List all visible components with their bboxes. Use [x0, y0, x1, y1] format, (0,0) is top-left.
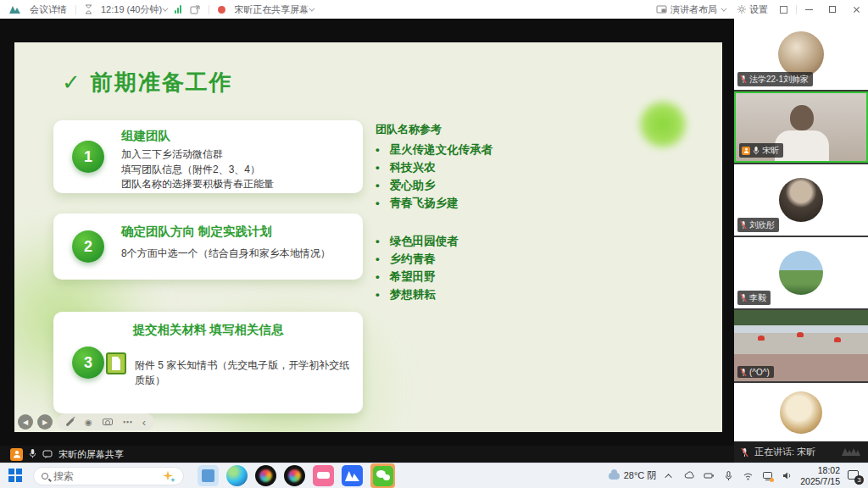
more-icon[interactable]: ⋯	[123, 417, 132, 428]
weather-widget[interactable]: 28°C 阴	[609, 469, 657, 482]
layout-icon[interactable]	[656, 5, 667, 14]
watermark-logo-icon	[841, 446, 861, 458]
mic-icon	[753, 146, 760, 155]
mic-muted-icon	[740, 75, 747, 84]
wechat-highlight[interactable]	[370, 463, 395, 488]
hourglass-icon	[85, 4, 92, 14]
screen-share-tray-icon[interactable]	[761, 470, 773, 482]
next-slide-button[interactable]: ▶	[37, 414, 53, 430]
mic-muted-icon	[740, 293, 747, 302]
speaker-icon[interactable]	[781, 470, 793, 482]
divider	[75, 5, 76, 14]
date-text: 2025/7/15	[800, 476, 840, 487]
participant-tile-5[interactable]: (^O^)	[734, 310, 868, 381]
step-title: 提交相关材料 填写相关信息	[53, 322, 363, 338]
step-number-badge: 1	[72, 141, 104, 173]
meeting-app-icon[interactable]	[342, 465, 363, 486]
avatar	[779, 178, 823, 222]
meeting-timer[interactable]: 12:19 (40分钟)	[101, 3, 162, 16]
list-item: 星火传递文化传承者	[376, 141, 579, 158]
network-signal-icon[interactable]	[175, 5, 181, 14]
green-dot-decoration	[638, 100, 687, 149]
presentation-slide: ✓ 前期准备工作 1 组建团队 加入三下乡活动微信群 填写团队信息（附件2、3、…	[14, 42, 722, 432]
participant-tile-2-active-speaker[interactable]: 宋昕	[734, 92, 868, 163]
onedrive-cloud-icon[interactable]	[683, 470, 695, 482]
photos-app-icon[interactable]	[198, 465, 219, 486]
laser-pointer-icon[interactable]: ◉	[85, 418, 92, 427]
search-input[interactable]	[53, 470, 157, 482]
app-icon-pink[interactable]	[313, 465, 334, 486]
avatar	[778, 31, 824, 77]
previous-slide-button[interactable]: ◀	[18, 414, 33, 430]
collapse-toolbar-icon[interactable]: ‹	[142, 417, 146, 428]
close-button[interactable]	[844, 0, 868, 19]
pencil-icon[interactable]	[66, 418, 75, 426]
taskbar-search[interactable]	[33, 467, 184, 485]
speaking-status-bar: 正在讲话: 宋昕	[734, 441, 868, 463]
chevron-down-icon[interactable]	[163, 5, 169, 11]
check-icon: ✓	[62, 69, 81, 96]
participant-chip: 宋昕	[739, 143, 783, 158]
avatar	[780, 391, 822, 434]
chevron-down-icon[interactable]	[721, 5, 726, 11]
divider	[209, 5, 209, 14]
list-item: 爱心助乡	[376, 176, 579, 194]
participant-chip: 刘欣彤	[737, 218, 779, 232]
mic-muted-icon[interactable]	[741, 447, 748, 458]
settings-button[interactable]: 设置	[749, 3, 768, 16]
reference-header: 团队名称参考	[376, 122, 579, 137]
minimize-button[interactable]	[797, 0, 821, 19]
step-card-2: 2 确定团队方向 制定实践计划 8个方面中选一个（结合自身和家乡本地情况）	[53, 214, 363, 280]
participant-name: 刘欣彤	[749, 219, 775, 231]
presenter-avatar-icon	[10, 448, 23, 461]
taskbar-apps	[198, 463, 395, 488]
tray-expand-chevron-icon[interactable]	[664, 470, 676, 482]
participant-tile-4[interactable]: 李毅	[734, 237, 868, 308]
meeting-logo-icon	[8, 4, 21, 14]
participant-tile-1[interactable]: 法学22-1刘帅家	[734, 19, 868, 90]
presenter-tools-pill: ◉ ⋯ ‹	[57, 413, 154, 430]
slide-title: ✓ 前期准备工作	[62, 68, 233, 97]
cloud-icon	[609, 473, 620, 480]
start-button[interactable]	[8, 469, 23, 483]
step-line: 填写团队信息（附件2、3、4）	[121, 163, 356, 178]
step-line: 附件 5 家长知情书（先交电子版，开学初补交纸质版）	[135, 358, 358, 388]
presenter-toolbar: ◀ ▶ ◉ ⋯ ‹	[18, 413, 154, 430]
step-title: 组建团队	[121, 128, 356, 144]
windows-taskbar: 28°C 阴 18:02 202	[0, 463, 868, 488]
participant-tile-6[interactable]	[734, 383, 868, 441]
search-highlights-icon[interactable]	[162, 469, 175, 483]
shared-screen-area: ✓ 前期准备工作 1 组建团队 加入三下乡活动微信群 填写团队信息（附件2、3、…	[0, 19, 734, 463]
wifi-icon[interactable]	[742, 470, 754, 482]
list-item: 科技兴农	[376, 158, 579, 176]
meeting-titlebar: 会议详情 12:19 (40分钟) 宋昕正在共享屏幕 演讲者布局	[0, 0, 868, 19]
fullscreen-icon[interactable]	[780, 6, 787, 14]
notification-count-badge: 3	[854, 475, 864, 485]
reference-list-2: 绿色田园使者 乡约青春 希望田野 梦想耕耘	[376, 232, 579, 303]
microphone-icon[interactable]	[722, 470, 734, 482]
app-icon-dark-2[interactable]	[284, 465, 305, 486]
wechat-app-icon[interactable]	[373, 466, 393, 486]
mic-muted-icon	[740, 368, 747, 377]
participant-tile-3[interactable]: 刘欣彤	[734, 164, 868, 236]
chevron-down-icon[interactable]	[309, 5, 315, 11]
participant-chip: 李毅	[737, 291, 771, 305]
popout-window-icon[interactable]	[190, 5, 200, 14]
participant-name: 宋昕	[762, 145, 779, 157]
taskbar-clock[interactable]: 18:02 2025/7/15	[800, 465, 840, 487]
maximize-button[interactable]	[821, 0, 844, 19]
layout-button[interactable]: 演讲者布局	[670, 3, 717, 16]
battery-icon[interactable]	[703, 470, 715, 482]
gear-icon[interactable]	[737, 4, 747, 14]
step-line: 团队名称的选择要积极青春正能量	[121, 177, 356, 192]
list-item: 梦想耕耘	[376, 286, 579, 303]
participant-chip: 法学22-1刘帅家	[737, 72, 813, 86]
edge-browser-icon[interactable]	[226, 465, 248, 486]
app-icon-dark-1[interactable]	[255, 465, 276, 486]
meeting-details-button[interactable]: 会议详情	[30, 3, 67, 16]
notification-center-button[interactable]: 3	[848, 469, 861, 483]
camera-icon[interactable]	[103, 419, 113, 425]
notification-dot	[770, 478, 774, 482]
participant-chip: (^O^)	[737, 366, 774, 378]
step-line: 加入三下乡活动微信群	[121, 147, 356, 163]
